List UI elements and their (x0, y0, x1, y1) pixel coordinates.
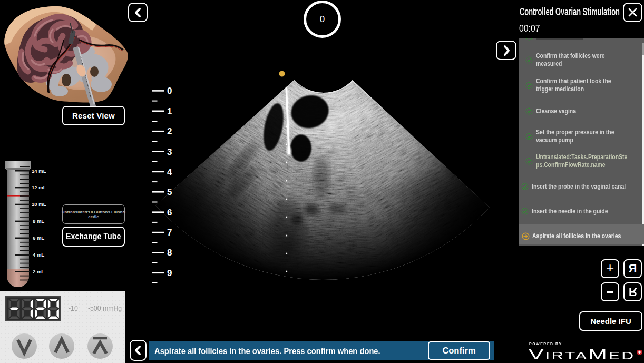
svg-text:14 mL: 14 mL (32, 168, 46, 174)
svg-text:3: 3 (167, 147, 172, 157)
svg-text:7: 7 (167, 228, 172, 238)
svg-text:5: 5 (167, 187, 172, 197)
svg-text:8 mL: 8 mL (33, 218, 44, 224)
svg-text:0: 0 (167, 86, 172, 96)
svg-text:4 mL: 4 mL (33, 252, 44, 258)
svg-text:8: 8 (167, 248, 172, 258)
svg-text:4: 4 (167, 167, 172, 177)
svg-text:6 mL: 6 mL (33, 235, 44, 241)
svg-text:1: 1 (167, 106, 172, 116)
svg-text:12 mL: 12 mL (32, 184, 46, 190)
svg-text:9: 9 (167, 268, 172, 278)
svg-text:2: 2 (167, 126, 172, 136)
svg-text:2 mL: 2 mL (33, 269, 44, 274)
svg-text:6: 6 (167, 208, 172, 218)
svg-text:10 mL: 10 mL (32, 201, 46, 207)
